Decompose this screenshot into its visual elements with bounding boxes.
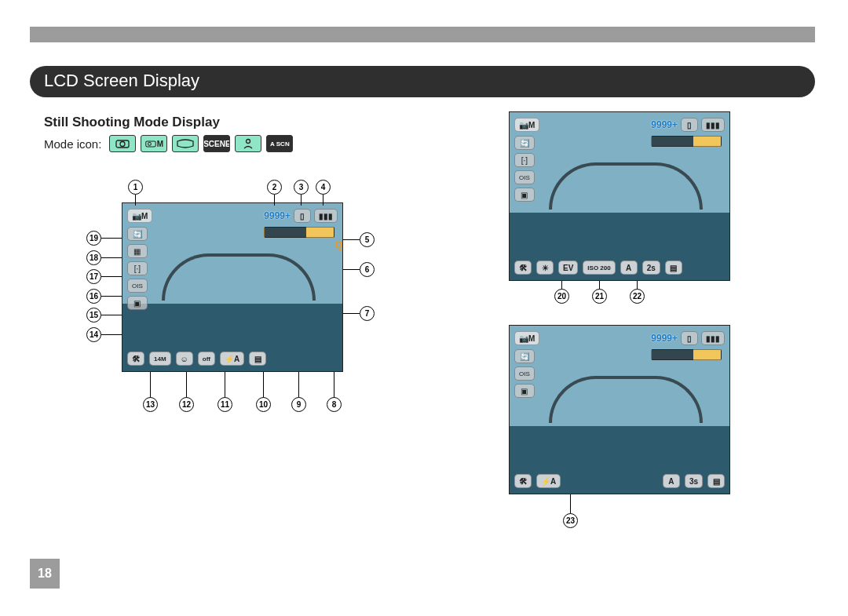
page-frame: LCD Screen Display Still Shooting Mode D… — [30, 27, 815, 589]
lead-2 — [274, 195, 275, 206]
lcd-a-screenshot: 📷M 9999+ ▯ ▮▮▮ 🔄 [∙] OIS ▣ 🛠 ☀ EV ISO 20… — [509, 111, 730, 281]
lead-12 — [186, 372, 187, 398]
callout-6: 6 — [360, 262, 375, 277]
ae-lock-icon-b: 🔄 — [514, 349, 535, 363]
battery-icon-a: ▮▮▮ — [701, 118, 725, 132]
drive-icon: ▣ — [127, 296, 148, 310]
callout-11: 11 — [217, 397, 232, 412]
svg-point-1 — [120, 142, 125, 147]
face-icon: ☺ — [176, 352, 193, 366]
lead-1 — [135, 195, 136, 206]
lead-5 — [343, 239, 360, 240]
mode-badge: 📷M — [127, 209, 152, 223]
callout-14: 14 — [86, 327, 101, 342]
callout-16: 16 — [86, 289, 101, 304]
flash-auto-icon: ⚡A — [220, 352, 244, 366]
mode-icon-label: Mode icon: — [44, 137, 101, 151]
ae-lock-icon-a: 🔄 — [514, 136, 535, 150]
sd-card-icon-a: ▯ — [681, 118, 698, 132]
lcd-b-screenshot: 📷M 9999+ ▯ ▮▮▮ 🔄 OIS ▣ 🛠 ⚡A A 3s ▤ — [509, 325, 730, 494]
callout-12: 12 — [179, 397, 194, 412]
tools-icon-a: 🛠 — [514, 261, 532, 275]
lead-13 — [150, 372, 151, 398]
wb-icon: off — [198, 352, 215, 366]
sd-card-icon-b: ▯ — [681, 331, 698, 345]
mode-icon-portrait — [235, 135, 261, 152]
mode-icon-camera — [109, 135, 136, 152]
lead-6 — [343, 269, 360, 270]
callout-22: 22 — [630, 289, 645, 304]
ois-icon-b: OIS — [514, 366, 535, 381]
remaining-shots-a: 9999+ — [651, 119, 678, 130]
callout-17: 17 — [86, 269, 101, 284]
section-title-pill: LCD Screen Display — [30, 66, 815, 97]
lead-19 — [101, 238, 122, 239]
lead-17 — [101, 276, 122, 277]
battery-icon: ▮▮▮ — [314, 209, 338, 223]
lcd-left-stack-b: 🔄 OIS ▣ — [514, 349, 535, 398]
ae-lock-icon: 🔄 — [127, 227, 148, 241]
remaining-shots-b: 9999+ — [651, 333, 678, 344]
mode-icon-manual: M — [141, 135, 167, 152]
lead-4 — [323, 195, 323, 206]
tools-icon-b: 🛠 — [514, 474, 532, 488]
lead-7 — [343, 313, 360, 314]
zoom-bar-b — [651, 349, 722, 360]
callout-23: 23 — [563, 513, 578, 528]
zoom-q-icon: Q — [335, 239, 342, 250]
focus-icon: [∙] — [127, 261, 148, 275]
lead-15 — [101, 315, 122, 315]
wb-a: A — [620, 261, 638, 275]
lead-11 — [225, 372, 225, 398]
callout-10: 10 — [256, 397, 271, 412]
ois-icon: OIS — [127, 279, 148, 293]
callout-20: 20 — [554, 289, 569, 304]
callout-7: 7 — [360, 306, 375, 321]
callout-2: 2 — [267, 180, 282, 195]
battery-icon-b: ▮▮▮ — [701, 331, 725, 345]
svg-point-3 — [148, 142, 151, 145]
remaining-shots: 9999+ — [264, 210, 291, 221]
size-icon: 14M — [149, 352, 171, 366]
ois-icon-a: OIS — [514, 170, 535, 184]
callout-19: 19 — [86, 231, 101, 246]
mode-icon-panorama — [172, 135, 199, 152]
callout-1: 1 — [128, 180, 143, 195]
page-top-bar — [30, 27, 815, 42]
timer-a: 2s — [642, 261, 660, 275]
mode-icon-scene: SCENE — [203, 135, 230, 152]
focus-icon-a: [∙] — [514, 153, 535, 167]
callout-18: 18 — [86, 250, 101, 265]
lcd-bottom-row-b: 🛠 ⚡A A 3s ▤ — [510, 472, 729, 490]
lead-18 — [101, 257, 122, 258]
lead-9 — [298, 372, 299, 398]
tools-icon: 🛠 — [127, 352, 144, 366]
drive-icon-a: ▣ — [514, 188, 535, 202]
section-title: LCD Screen Display — [44, 71, 199, 90]
subheading: Still Shooting Mode Display — [44, 115, 220, 130]
svg-point-4 — [247, 140, 250, 144]
timer-b: 3s — [685, 474, 703, 488]
lcd-bottom-row-a: 🛠 ☀ EV ISO 200 A 2s ▤ — [510, 258, 729, 277]
zoom-bar-a — [651, 136, 722, 147]
sd-card-icon: ▯ — [294, 209, 311, 223]
lcd-main-screenshot: 📷M 9999+ ▯ ▮▮▮ Q 🔄 ▦ [∙] OIS ▣ 🛠 14M ☺ o… — [122, 202, 343, 372]
quality-a: ▤ — [665, 261, 682, 275]
callout-5: 5 — [360, 232, 375, 247]
callout-21: 21 — [592, 289, 607, 304]
lead-8 — [334, 372, 334, 398]
zoom-bar — [264, 227, 334, 238]
grid-icon: ▦ — [127, 244, 148, 258]
callout-13: 13 — [143, 397, 158, 412]
lead-14 — [101, 334, 122, 335]
lead-23 — [570, 494, 571, 514]
callout-8: 8 — [327, 397, 342, 412]
callout-9: 9 — [291, 397, 306, 412]
lcd-left-stack: 🔄 ▦ [∙] OIS ▣ — [127, 227, 148, 310]
lead-16 — [101, 296, 122, 297]
ev-label: EV — [558, 261, 578, 275]
lead-3 — [301, 195, 302, 206]
mode-badge-a: 📷M — [514, 118, 539, 132]
quality-b: ▤ — [707, 474, 725, 488]
ev-icon: ☀ — [536, 261, 554, 275]
